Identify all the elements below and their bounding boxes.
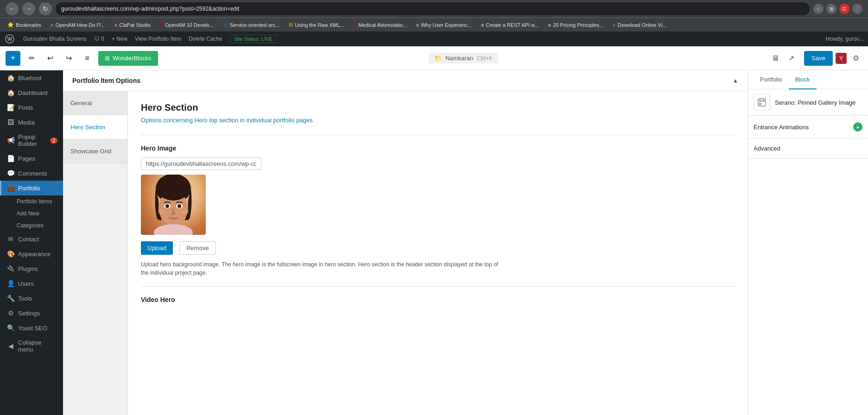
sidebar-item-portfolio-items[interactable]: Portfolio Items <box>0 195 63 208</box>
divider-2 <box>141 286 735 287</box>
bookmark-xml[interactable]: ⊞ Using the Raw XML... <box>285 21 348 29</box>
block-name: Serano: Pinned Gallery Image <box>775 99 855 106</box>
tools-icon: 🔧 <box>7 295 14 302</box>
tab-general[interactable]: General <box>63 91 127 115</box>
sidebar-item-comments[interactable]: 💬 Comments <box>0 166 63 181</box>
media-icon: 🖼 <box>7 119 14 126</box>
view-portfolio-link[interactable]: View Portfolio Item <box>135 36 181 42</box>
sidebar-item-contact[interactable]: ✉ Contact <box>0 232 63 246</box>
sidebar-item-popup-builder[interactable]: 📢 Popup Builder 2 <box>0 130 63 151</box>
comments-link[interactable]: 🗨 0 <box>94 36 104 42</box>
wp-logo[interactable]: W <box>4 33 16 45</box>
sidebar-item-users[interactable]: 👤 Users <box>0 276 63 291</box>
panel-description: Options concerning Hero top section in i… <box>141 117 735 124</box>
sidebar-item-yoast[interactable]: 🔍 Yoast SEO <box>0 321 63 335</box>
bookmark-medical[interactable]: ● Medical Abbreviatio... <box>350 21 411 29</box>
url-bar[interactable]: guroudevbhallascreens.com/wp-admin/post.… <box>56 2 810 15</box>
advanced-section[interactable]: Advanced <box>748 138 868 159</box>
sidebar: 🏠 Bluehost 🏠 Dashboard 📝 Posts 🖼 Media 📢… <box>0 70 63 415</box>
sidebar-item-dashboard[interactable]: 🏠 Dashboard <box>0 85 63 100</box>
settings-icon: ⚙ <box>7 309 14 317</box>
sidebar-item-categories[interactable]: Categories <box>0 220 63 232</box>
edit-btn[interactable]: ✏ <box>24 51 39 66</box>
save-button[interactable]: Save <box>804 51 833 66</box>
sidebar-item-bluehost[interactable]: 🏠 Bluehost <box>0 70 63 85</box>
star-icon[interactable]: ☆ <box>813 4 824 14</box>
gallery-icon <box>757 98 767 107</box>
profile-icon[interactable]: G <box>839 4 849 14</box>
sidebar-item-settings[interactable]: ⚙ Settings <box>0 306 63 321</box>
namkaran-area[interactable]: 📁 Namkaran Ctrl+K <box>429 53 498 63</box>
svg-point-8 <box>177 204 181 208</box>
upload-button[interactable]: Upload <box>141 241 173 255</box>
appearance-icon: 🎨 <box>7 250 14 258</box>
popup-badge: 2 <box>50 138 57 144</box>
howdy-text: Howdy, gurou... <box>826 36 864 42</box>
wonderblocks-btn[interactable]: ⊞ WonderBlocks <box>98 51 158 66</box>
nav-refresh-btn[interactable]: ↻ <box>39 2 52 15</box>
sidebar-item-plugins[interactable]: 🔌 Plugins <box>0 261 63 276</box>
bookmark-icon: ⊞ <box>289 22 293 28</box>
bookmark-clapst[interactable]: ● ClaPat Studio <box>111 21 154 29</box>
block-settings-icon[interactable]: ⚙ <box>849 52 862 65</box>
sidebar-item-posts[interactable]: 📝 Posts <box>0 100 63 115</box>
svg-point-12 <box>154 224 193 235</box>
popup-icon: 📢 <box>7 137 14 144</box>
portfolio-icon: 💼 <box>7 184 14 192</box>
ext-icon[interactable]: ⊞ <box>826 4 836 14</box>
upload-description: Upload hero background image. The hero i… <box>141 260 502 277</box>
tab-portfolio[interactable]: Portfolio <box>754 70 789 89</box>
undo-btn[interactable]: ↩ <box>43 51 57 66</box>
sidebar-item-tools[interactable]: 🔧 Tools <box>0 291 63 306</box>
image-actions: Upload Remove <box>141 241 735 255</box>
bookmark-service[interactable]: W Service-oriented arc... <box>219 21 283 29</box>
more-icon[interactable]: ⋮ <box>852 4 862 14</box>
bookmark-download[interactable]: ● Download Online Vi... <box>609 21 670 29</box>
bookmark-icon: ● <box>354 22 357 28</box>
nav-forward-btn[interactable]: → <box>22 2 35 15</box>
content-area: Portfolio Item Options ▲ General Hero Se… <box>63 70 748 415</box>
nav-back-btn[interactable]: ← <box>6 2 19 15</box>
delete-cache-link[interactable]: Delete Cache <box>189 36 222 42</box>
sidebar-item-collapse[interactable]: ◀ Collapse menu <box>0 335 63 357</box>
bookmark-openam[interactable]: ● OpenAM How Do I?... <box>47 21 109 29</box>
site-name-link[interactable]: Guroudev Bhalla Screens <box>23 36 87 42</box>
options-panel: Hero Section Options concerning Hero top… <box>128 91 748 415</box>
tab-showcase-grid[interactable]: Showcase Grid <box>63 139 127 163</box>
block-icon <box>754 94 770 111</box>
tab-hero-section[interactable]: Hero Section <box>63 115 127 139</box>
bookmark-pricing[interactable]: ■ 20 Pricing Principles... <box>545 21 607 29</box>
image-url-input[interactable] <box>141 157 261 170</box>
bookmark-icon: ■ <box>481 22 484 28</box>
sidebar-item-portfolio[interactable]: 💼 Portfolio <box>0 181 63 195</box>
bookmark-openam10[interactable]: P OpenAM 10 Develo... <box>156 21 218 29</box>
dashboard-icon: 🏠 <box>7 89 14 96</box>
yoast-icon[interactable]: Y <box>836 53 847 64</box>
desktop-view-icon[interactable]: 🖥 <box>769 52 782 65</box>
sidebar-item-pages[interactable]: 📄 Pages <box>0 151 63 166</box>
new-link[interactable]: + New <box>112 36 127 42</box>
svg-rect-16 <box>759 103 761 105</box>
bookmarks-label[interactable]: ⭐ Bookmarks <box>4 21 45 29</box>
bluehost-icon: 🏠 <box>7 74 14 82</box>
entrance-animations-section[interactable]: Entrance Animations ● <box>748 116 868 138</box>
menu-btn[interactable]: ≡ <box>80 51 95 66</box>
add-block-btn[interactable]: + <box>6 51 20 66</box>
hero-image-label: Hero Image <box>141 145 735 152</box>
browser-bar: ← → ↻ guroudevbhallascreens.com/wp-admin… <box>0 0 868 18</box>
redo-btn[interactable]: ↪ <box>61 51 76 66</box>
remove-button[interactable]: Remove <box>179 241 215 255</box>
sidebar-item-media[interactable]: 🖼 Media <box>0 115 63 130</box>
svg-point-11 <box>157 175 190 201</box>
sidebar-item-add-new[interactable]: Add New <box>0 208 63 220</box>
bookmark-ux[interactable]: ■ Why User Experienc... <box>412 21 475 29</box>
bookmark-icon: W <box>223 22 228 28</box>
collapse-arrow-icon[interactable]: ▲ <box>733 77 738 84</box>
panel-title: Hero Section <box>141 102 735 113</box>
users-icon: 👤 <box>7 280 14 287</box>
tab-block[interactable]: Block <box>789 70 817 89</box>
sidebar-item-appearance[interactable]: 🎨 Appearance <box>0 246 63 261</box>
bookmark-rest[interactable]: ■ Create a REST API w... <box>477 21 543 29</box>
bookmarks-bar: ⭐ Bookmarks ● OpenAM How Do I?... ● ClaP… <box>0 18 868 31</box>
external-link-icon[interactable]: ↗ <box>785 52 798 65</box>
